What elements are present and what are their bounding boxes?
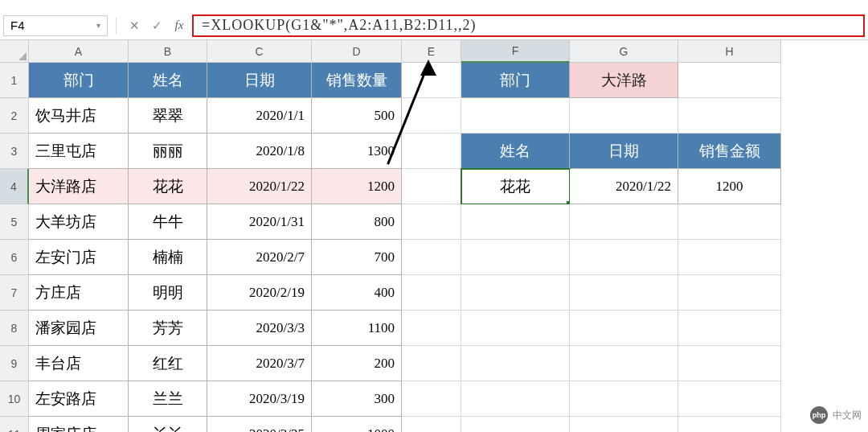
cell-G7[interactable] (570, 275, 678, 311)
cell-A2[interactable]: 饮马井店 (29, 98, 129, 134)
col-header-H[interactable]: H (678, 40, 781, 63)
cell-B7[interactable]: 明明 (129, 275, 207, 311)
cell-F8[interactable] (461, 311, 570, 346)
cell-D4[interactable]: 1200 (312, 169, 402, 204)
cell-G6[interactable] (570, 240, 678, 275)
cell-H7[interactable] (678, 275, 781, 311)
cell-C10[interactable]: 2020/3/19 (207, 381, 312, 417)
cell-D6[interactable]: 700 (312, 240, 402, 275)
cell-C9[interactable]: 2020/3/7 (207, 346, 312, 381)
cell-D8[interactable]: 1100 (312, 311, 402, 346)
cell-C7[interactable]: 2020/2/19 (207, 275, 312, 311)
cell-H5[interactable] (678, 204, 781, 240)
cell-D2[interactable]: 500 (312, 98, 402, 134)
row-header-9[interactable]: 9 (0, 346, 29, 381)
cell-F4[interactable]: 花花 (461, 169, 570, 204)
cell-B4[interactable]: 花花 (129, 169, 207, 204)
cell-D10[interactable]: 300 (312, 381, 402, 417)
col-header-C[interactable]: C (207, 40, 312, 63)
cell-B3[interactable]: 丽丽 (129, 134, 207, 169)
cell-A6[interactable]: 左安门店 (29, 240, 129, 275)
row-header-2[interactable]: 2 (0, 98, 29, 134)
cell-H10[interactable] (678, 381, 781, 417)
row-header-1[interactable]: 1 (0, 63, 29, 98)
cell-F6[interactable] (461, 240, 570, 275)
col-header-A[interactable]: A (29, 40, 129, 63)
cell-E4[interactable] (402, 169, 461, 204)
cell-C3[interactable]: 2020/1/8 (207, 134, 312, 169)
cell-E8[interactable] (402, 311, 461, 346)
cell-B2[interactable]: 翠翠 (129, 98, 207, 134)
cell-C1[interactable]: 日期 (207, 63, 312, 98)
cell-D11[interactable]: 1000 (312, 417, 402, 432)
fx-icon[interactable]: fx (170, 19, 189, 32)
row-header-8[interactable]: 8 (0, 311, 29, 346)
cell-D7[interactable]: 400 (312, 275, 402, 311)
cell-E1[interactable] (402, 63, 461, 98)
cell-F9[interactable] (461, 346, 570, 381)
cell-E5[interactable] (402, 204, 461, 240)
accept-icon[interactable]: ✓ (147, 19, 166, 33)
cell-A8[interactable]: 潘家园店 (29, 311, 129, 346)
cell-D5[interactable]: 800 (312, 204, 402, 240)
cell-B1[interactable]: 姓名 (129, 63, 207, 98)
cell-G1[interactable]: 大洋路 (570, 63, 678, 98)
cell-A5[interactable]: 大羊坊店 (29, 204, 129, 240)
cell-G3[interactable]: 日期 (570, 134, 678, 169)
cell-F1[interactable]: 部门 (461, 63, 570, 98)
cell-G10[interactable] (570, 381, 678, 417)
cell-E7[interactable] (402, 275, 461, 311)
cell-E3[interactable] (402, 134, 461, 169)
cell-H2[interactable] (678, 98, 781, 134)
cell-H6[interactable] (678, 240, 781, 275)
cell-A10[interactable]: 左安路店 (29, 381, 129, 417)
select-all-corner[interactable] (0, 40, 29, 63)
cell-C6[interactable]: 2020/2/7 (207, 240, 312, 275)
cell-G5[interactable] (570, 204, 678, 240)
cell-B9[interactable]: 红红 (129, 346, 207, 381)
row-header-7[interactable]: 7 (0, 275, 29, 311)
cell-E10[interactable] (402, 381, 461, 417)
cell-G2[interactable] (570, 98, 678, 134)
cell-G9[interactable] (570, 346, 678, 381)
cell-D9[interactable]: 200 (312, 346, 402, 381)
cell-H1[interactable] (678, 63, 781, 98)
col-header-F[interactable]: F (461, 40, 570, 63)
cell-A9[interactable]: 丰台店 (29, 346, 129, 381)
cell-G8[interactable] (570, 311, 678, 346)
row-header-5[interactable]: 5 (0, 204, 29, 240)
cell-F11[interactable] (461, 417, 570, 432)
col-header-G[interactable]: G (570, 40, 678, 63)
cell-H4[interactable]: 1200 (678, 169, 781, 204)
cell-G4[interactable]: 2020/1/22 (570, 169, 678, 204)
name-box-dropdown-icon[interactable]: ▾ (96, 21, 100, 30)
cell-F10[interactable] (461, 381, 570, 417)
cell-D3[interactable]: 1300 (312, 134, 402, 169)
cell-B10[interactable]: 兰兰 (129, 381, 207, 417)
cell-H9[interactable] (678, 346, 781, 381)
col-header-B[interactable]: B (129, 40, 207, 63)
col-header-D[interactable]: D (312, 40, 402, 63)
cell-H11[interactable] (678, 417, 781, 432)
row-header-6[interactable]: 6 (0, 240, 29, 275)
cell-A11[interactable]: 周家庄店 (29, 417, 129, 432)
name-box[interactable]: F4 ▾ (3, 15, 108, 36)
cell-E2[interactable] (402, 98, 461, 134)
cell-B5[interactable]: 牛牛 (129, 204, 207, 240)
cell-C5[interactable]: 2020/1/31 (207, 204, 312, 240)
cell-E11[interactable] (402, 417, 461, 432)
row-header-3[interactable]: 3 (0, 134, 29, 169)
cell-F3[interactable]: 姓名 (461, 134, 570, 169)
cell-F7[interactable] (461, 275, 570, 311)
cell-E6[interactable] (402, 240, 461, 275)
cell-C8[interactable]: 2020/3/3 (207, 311, 312, 346)
cell-A4[interactable]: 大洋路店 (29, 169, 129, 204)
cell-B8[interactable]: 芳芳 (129, 311, 207, 346)
cell-H3[interactable]: 销售金额 (678, 134, 781, 169)
cell-F5[interactable] (461, 204, 570, 240)
cell-H8[interactable] (678, 311, 781, 346)
cell-A7[interactable]: 方庄店 (29, 275, 129, 311)
cell-B11[interactable]: 丫丫 (129, 417, 207, 432)
cell-F2[interactable] (461, 98, 570, 134)
row-header-10[interactable]: 10 (0, 381, 29, 417)
